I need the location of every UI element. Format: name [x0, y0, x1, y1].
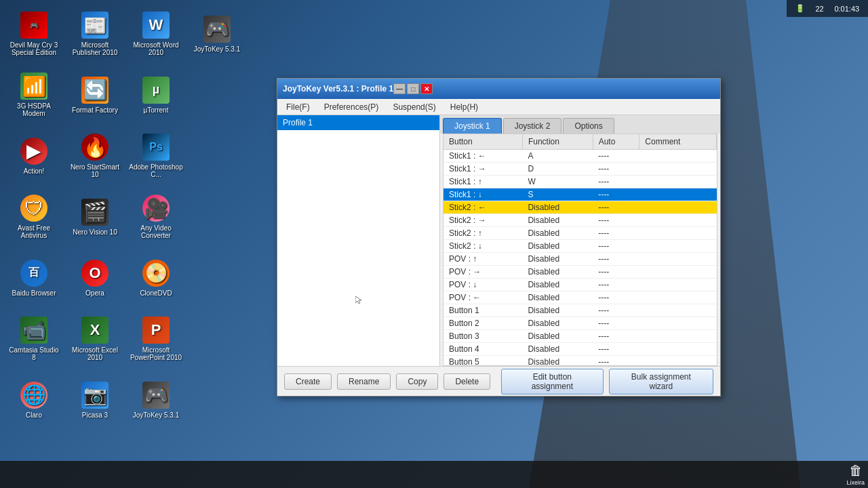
desktop-icon-msword[interactable]: W Microsoft Word 2010 [125, 3, 186, 64]
table-row[interactable]: Button 1 Disabled ---- [443, 304, 717, 317]
picasa-label: Picasa 3 [82, 411, 108, 419]
cell-button: Stick2 : ← [443, 201, 522, 214]
nero-icon: 🔥 [81, 134, 108, 161]
titlebar-buttons: — □ ✕ [393, 83, 433, 94]
desktop-icon-action[interactable]: ▶ Action! [3, 125, 64, 186]
nero-label: Nero StartSmart 10 [68, 163, 122, 178]
trash-icon: 🗑 [849, 463, 863, 479]
cell-button: Stick1 : → [443, 163, 522, 176]
table-row[interactable]: POV : ↑ Disabled ---- [443, 253, 717, 266]
taskbar: 🗑 Lixeira [0, 461, 868, 488]
cell-function: Disabled [522, 266, 593, 279]
table-row[interactable]: Stick2 : ↑ Disabled ---- [443, 227, 717, 240]
desktop-icon-joytokey1[interactable]: 🎮 JoyToKey 5.3.1 [186, 3, 248, 64]
table-row[interactable]: POV : ← Disabled ---- [443, 291, 717, 304]
col-comment: Comment [639, 134, 717, 150]
cell-function: Disabled [522, 201, 593, 214]
desktop-icon-nero[interactable]: 🔥 Nero StartSmart 10 [64, 125, 125, 186]
table-row[interactable]: Stick1 : ↑ W ---- [443, 176, 717, 188]
delete-button[interactable]: Delete [443, 373, 490, 390]
tab-options[interactable]: Options [563, 118, 614, 134]
3g-icon: 📶 [20, 73, 47, 100]
minimize-button[interactable]: — [393, 83, 406, 94]
cell-auto: ---- [593, 253, 639, 266]
table-row[interactable]: Button 2 Disabled ---- [443, 317, 717, 330]
joytokey2-label: JoyToKey 5.3.1 [133, 411, 179, 419]
trash-label: Lixeira [846, 479, 865, 486]
cell-button: Stick1 : ↓ [443, 188, 522, 201]
menu-help[interactable]: Help(H) [445, 101, 484, 113]
table-row[interactable]: POV : ↓ Disabled ---- [443, 279, 717, 291]
anyvideo-icon: 🎥 [142, 195, 170, 222]
table-row[interactable]: Stick1 : → D ---- [443, 163, 717, 176]
cell-function: A [522, 150, 593, 163]
cell-auto: ---- [593, 201, 639, 214]
cell-button: Button 5 [443, 356, 522, 367]
close-button[interactable]: ✕ [420, 83, 433, 94]
rename-button[interactable]: Rename [337, 373, 391, 390]
cell-function: Disabled [522, 343, 593, 356]
cell-function: Disabled [522, 356, 593, 367]
edit-assignment-button[interactable]: Edit button assignment [501, 369, 604, 394]
cell-comment [639, 279, 717, 291]
table-row[interactable]: Button 5 Disabled ---- [443, 356, 717, 367]
table-row[interactable]: Stick2 : ← Disabled ---- [443, 201, 717, 214]
desktop-icon-joytokey2[interactable]: 🎮 JoyToKey 5.3.1 [125, 369, 186, 430]
baidu-label: Baidu Browser [12, 289, 56, 297]
button-table-container[interactable]: Button Function Auto Comment Stick1 : ← … [443, 134, 717, 366]
copy-button[interactable]: Copy [396, 373, 438, 390]
desktop-icon-camtasia[interactable]: 📹 Camtasia Studio 8 [3, 308, 64, 369]
menu-preferences[interactable]: Preferences(P) [319, 101, 384, 113]
nero10-icon: 🎬 [81, 199, 108, 226]
anyvideo-label: Any Video Converter [129, 224, 183, 239]
desktop-icon-ppt[interactable]: P Microsoft PowerPoint 2010 [125, 308, 186, 369]
table-row[interactable]: Stick1 : ↓ S ---- [443, 188, 717, 201]
table-row[interactable]: Stick2 : → Disabled ---- [443, 214, 717, 227]
cell-button: Stick2 : ↑ [443, 227, 522, 240]
desktop-icon-utorrent[interactable]: µ µTorrent [125, 64, 186, 125]
desktop-icon-3g[interactable]: 📶 3G HSDPA Modem [3, 64, 64, 125]
tabs-container: Joystick 1 Joystick 2 Options [440, 115, 720, 134]
table-row[interactable]: POV : → Disabled ---- [443, 266, 717, 279]
picasa-icon: 📷 [81, 382, 108, 409]
tab-joystick2[interactable]: Joystick 2 [503, 118, 562, 134]
desktop-icon-clonedvd[interactable]: 📀 CloneDVD [125, 247, 186, 308]
menu-file[interactable]: File(F) [281, 101, 315, 113]
desktop-icon-picasa[interactable]: 📷 Picasa 3 [64, 369, 125, 430]
desktop-icon-opera[interactable]: O Opera [64, 247, 125, 308]
msword-label: Microsoft Word 2010 [129, 41, 183, 56]
desktop-icon-formatfactory[interactable]: 🔄 Format Factory [64, 64, 125, 125]
desktop-icon-baidu[interactable]: 百 Baidu Browser [3, 247, 64, 308]
table-row[interactable]: Button 3 Disabled ---- [443, 330, 717, 343]
dmc-icon: 🎮 [20, 12, 47, 39]
desktop-icon-avast[interactable]: 🛡 Avast Free Antivirus [3, 186, 64, 247]
utorrent-icon: µ [142, 77, 170, 104]
desktop-icon-excel[interactable]: X Microsoft Excel 2010 [64, 308, 125, 369]
desktop-icon-mspub[interactable]: 📰 Microsoft Publisher 2010 [64, 3, 125, 64]
col-auto: Auto [593, 134, 639, 150]
cell-function: Disabled [522, 253, 593, 266]
menu-suspend[interactable]: Suspend(S) [387, 101, 441, 113]
battery-value: 22 [816, 5, 824, 13]
camtasia-label: Camtasia Studio 8 [7, 346, 61, 361]
desktop-icon-nero10[interactable]: 🎬 Nero Vision 10 [64, 186, 125, 247]
create-button[interactable]: Create [284, 373, 332, 390]
table-row[interactable]: Stick1 : ← A ---- [443, 150, 717, 163]
restore-button[interactable]: □ [407, 83, 419, 94]
opera-label: Opera [85, 289, 104, 297]
avast-icon: 🛡 [20, 195, 47, 222]
table-row[interactable]: Stick2 : ↓ Disabled ---- [443, 240, 717, 253]
desktop-icon-anyvideo[interactable]: 🎥 Any Video Converter [125, 186, 186, 247]
cell-auto: ---- [593, 266, 639, 279]
excel-icon: X [81, 317, 108, 344]
desktop-icon-photoshop[interactable]: Ps Adobe Photoshop C... [125, 125, 186, 186]
recycle-bin[interactable]: 🗑 Lixeira [846, 463, 865, 486]
desktop-icon-dmc[interactable]: 🎮 Devil May Cry 3 Special Edition [3, 3, 64, 64]
table-row[interactable]: Button 4 Disabled ---- [443, 343, 717, 356]
profile-item-1[interactable]: Profile 1 [277, 115, 439, 130]
bulk-wizard-button[interactable]: Bulk assignment wizard [609, 369, 713, 394]
desktop: 🎮 Devil May Cry 3 Special Edition 📰 Micr… [0, 0, 868, 488]
opera-icon: O [81, 260, 108, 287]
tab-joystick1[interactable]: Joystick 1 [443, 118, 502, 134]
desktop-icon-claro[interactable]: 🌐 Claro [3, 369, 64, 430]
